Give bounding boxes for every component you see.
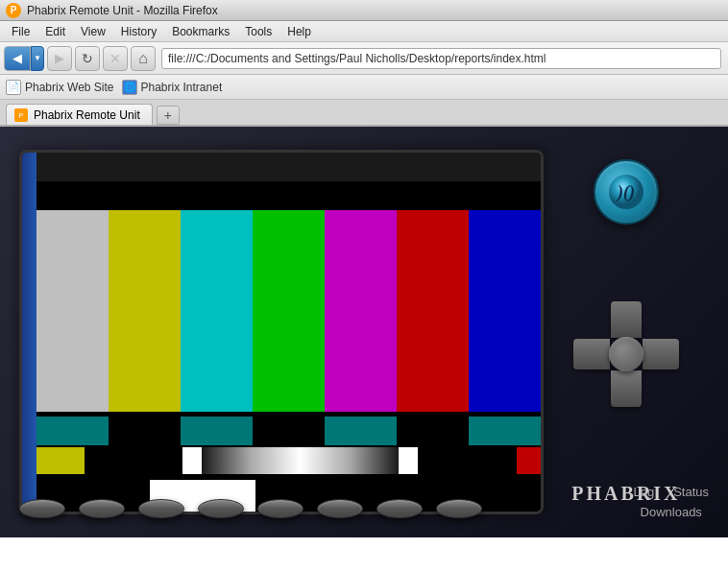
menu-bookmarks[interactable]: Bookmarks: [164, 23, 237, 40]
stop-button[interactable]: ✕: [103, 46, 128, 71]
logo-button[interactable]: )(): [594, 159, 659, 225]
oval-btn-3[interactable]: [138, 499, 184, 518]
forward-arrow-icon: ▶: [55, 51, 64, 65]
back-dropdown-button[interactable]: ▼: [31, 46, 44, 71]
oval-btn-5[interactable]: [257, 499, 303, 518]
color-bar-yellow: [109, 210, 181, 412]
menu-history[interactable]: History: [113, 23, 164, 40]
oval-btn-8[interactable]: [436, 499, 482, 518]
bookmarks-bar: 📄 Phabrix Web Site 🌐 Phabrix Intranet: [0, 75, 728, 100]
reload-icon: ↻: [82, 51, 93, 66]
oval-btn-2[interactable]: [79, 499, 125, 518]
new-tab-button[interactable]: +: [157, 106, 180, 125]
screen-left-bar: [22, 153, 36, 512]
bottom-labels: Log Status Downloads: [633, 483, 709, 523]
tab-favicon: P: [14, 108, 28, 122]
color-bar-blue: [469, 210, 541, 412]
color-bars: [36, 210, 541, 412]
reload-button[interactable]: ↻: [75, 46, 100, 71]
bookmark-phabrix-website[interactable]: 📄 Phabrix Web Site: [6, 80, 114, 95]
svg-text:)(): )(): [616, 182, 635, 203]
dpad-left-button[interactable]: [573, 339, 610, 369]
menu-edit[interactable]: Edit: [37, 23, 73, 40]
dropdown-arrow-icon: ▼: [34, 54, 41, 62]
dpad-right-button[interactable]: [643, 339, 679, 369]
dpad-down-button[interactable]: [611, 370, 642, 407]
address-bar[interactable]: file:///C:/Documents and Settings/Paul N…: [161, 48, 721, 69]
menu-help[interactable]: Help: [279, 23, 319, 40]
bookmark-favicon-1: 📄: [6, 80, 21, 95]
bookmark-label-2: Phabrix Intranet: [141, 81, 223, 94]
controls-panel: )() Phabrix: [544, 150, 709, 514]
color-bar-cyan: [181, 210, 253, 412]
app-icon: P: [6, 3, 21, 18]
new-tab-icon: +: [164, 107, 172, 123]
title-bar-text: Phabrix Remote Unit - Mozilla Firefox: [27, 4, 218, 17]
home-icon: ⌂: [138, 50, 148, 67]
dpad-center-button[interactable]: [609, 337, 643, 371]
forward-button[interactable]: ▶: [47, 46, 72, 71]
status-label: Status: [673, 483, 709, 503]
device-body: )() Phabrix: [0, 127, 728, 537]
bookmark-favicon-2: 🌐: [122, 80, 137, 95]
downloads-label: Downloads: [641, 505, 702, 519]
main-content: )() Phabrix: [0, 127, 728, 537]
oval-btn-1[interactable]: [19, 499, 65, 518]
dpad-up-button[interactable]: [611, 301, 642, 338]
color-bar-white: [36, 210, 109, 412]
bookmark-phabrix-intranet[interactable]: 🌐 Phabrix Intranet: [122, 80, 223, 95]
nav-bar: ◀ ▼ ▶ ↻ ✕ ⌂ file:///C:/Documents and Set…: [0, 42, 728, 75]
log-label: Log: [633, 483, 654, 503]
stop-icon: ✕: [109, 51, 121, 66]
bookmark-label-1: Phabrix Web Site: [25, 81, 114, 94]
title-bar: P Phabrix Remote Unit - Mozilla Firefox: [0, 0, 728, 21]
menu-bar: File Edit View History Bookmarks Tools H…: [0, 21, 728, 42]
phabrix-logo-icon: )(): [607, 173, 645, 211]
color-bar-green: [253, 210, 325, 412]
color-bar-magenta: [325, 210, 397, 412]
oval-btn-6[interactable]: [317, 499, 363, 518]
dpad: [573, 301, 679, 407]
screen-container: [19, 150, 544, 514]
bottom-buttons: [19, 499, 482, 518]
tabs-bar: P Phabrix Remote Unit +: [0, 100, 728, 127]
color-bar-red: [397, 210, 469, 412]
oval-btn-4[interactable]: [198, 499, 244, 518]
oval-btn-7[interactable]: [376, 499, 423, 518]
home-button[interactable]: ⌂: [131, 46, 156, 71]
back-button[interactable]: ◀: [4, 46, 31, 71]
back-arrow-icon: ◀: [12, 51, 22, 65]
back-button-group: ◀ ▼: [4, 46, 44, 71]
menu-view[interactable]: View: [73, 23, 113, 40]
tab-main[interactable]: P Phabrix Remote Unit: [6, 104, 153, 125]
address-text: file:///C:/Documents and Settings/Paul N…: [168, 52, 546, 65]
menu-tools[interactable]: Tools: [237, 23, 279, 40]
menu-file[interactable]: File: [4, 23, 37, 40]
tab-label: Phabrix Remote Unit: [34, 108, 140, 122]
